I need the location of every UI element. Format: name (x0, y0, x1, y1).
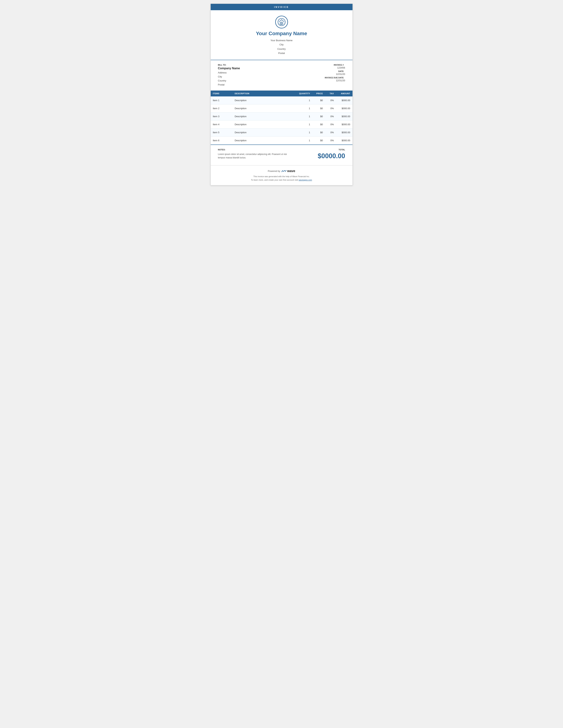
company-business-name: Your Business Name (218, 38, 345, 42)
notes-text: Lorem ipsum dolor sit amet, consectetur … (218, 153, 287, 159)
item-quantity: 1 (294, 120, 312, 128)
item-name: Item 1 (211, 96, 233, 104)
invoice-number-value-row: 123456 (325, 66, 345, 69)
invoice-info-section: BILL TO: Company Name Address City Count… (211, 60, 352, 91)
footer-link[interactable]: waveapps.com (299, 179, 312, 181)
footer-line1: This invoice was generated with the help… (253, 175, 310, 178)
item-name: Item 5 (211, 128, 233, 136)
notes-section: NOTES: Lorem ipsum dolor sit amet, conse… (218, 149, 287, 159)
bill-to-label: BILL TO: (218, 64, 240, 66)
item-tax: 0% (325, 136, 336, 144)
invoice-date-label: DATE (338, 70, 344, 72)
powered-footer-text: This invoice was generated with the help… (218, 175, 345, 182)
invoice-date-value-row: 12/31/20 (325, 73, 345, 75)
invoice-footer: NOTES: Lorem ipsum dolor sit amet, conse… (211, 145, 352, 165)
company-logo (275, 16, 288, 28)
notes-label: NOTES: (218, 149, 287, 151)
wave-logo-name: wave (287, 169, 295, 173)
item-price: $0 (312, 112, 325, 120)
company-name: Your Company Name (218, 31, 345, 36)
total-section: TOTAL $0000.00 (318, 149, 345, 160)
footer-line2: To learn more, and create your own free … (251, 179, 298, 181)
col-tax: TAX (325, 91, 336, 96)
item-description: Description (233, 96, 294, 104)
item-price: $0 (312, 120, 325, 128)
total-label: TOTAL (318, 149, 345, 151)
company-postal: Postal (218, 51, 345, 55)
invoice-date-row: DATE (325, 70, 345, 72)
item-description: Description (233, 136, 294, 144)
table-row: Item 2 Description 1 $0 0% $000.00 (211, 104, 352, 112)
powered-by-row: Powered by wave (218, 169, 345, 173)
item-amount: $000.00 (336, 136, 352, 144)
col-amount: AMOUNT (336, 91, 352, 96)
powered-by-section: Powered by wave This invoice was generat… (211, 165, 352, 185)
svg-rect-3 (281, 23, 282, 25)
item-name: Item 3 (211, 112, 233, 120)
item-amount: $000.00 (336, 120, 352, 128)
invoice-document: INVOICE Your Company Name Your Business … (211, 4, 353, 185)
invoice-number-row: INVOICE # (325, 64, 345, 66)
item-tax: 0% (325, 112, 336, 120)
item-quantity: 1 (294, 104, 312, 112)
item-price: $0 (312, 96, 325, 104)
item-quantity: 1 (294, 96, 312, 104)
client-country: Country (218, 79, 240, 83)
client-name: Company Name (218, 67, 240, 70)
item-tax: 0% (325, 104, 336, 112)
company-details: Your Business Name City Country Postal (218, 38, 345, 55)
item-tax: 0% (325, 128, 336, 136)
item-name: Item 6 (211, 136, 233, 144)
table-header-row: ITEMS DESCRIPTION QUANTITY PRICE TAX AMO… (211, 91, 352, 96)
table-row: Item 4 Description 1 $0 0% $000.00 (211, 120, 352, 128)
item-price: $0 (312, 136, 325, 144)
table-row: Item 1 Description 1 $0 0% $000.00 (211, 96, 352, 104)
table-row: Item 5 Description 1 $0 0% $000.00 (211, 128, 352, 136)
col-items: ITEMS (211, 91, 233, 96)
client-city: City (218, 75, 240, 79)
item-tax: 0% (325, 96, 336, 104)
item-name: Item 4 (211, 120, 233, 128)
company-country: Country (218, 47, 345, 51)
client-postal: Postal (218, 83, 240, 87)
item-amount: $000.00 (336, 96, 352, 104)
invoice-meta-section: INVOICE # 123456 DATE 12/31/20 INVOICE D… (325, 64, 345, 87)
item-tax: 0% (325, 120, 336, 128)
item-description: Description (233, 120, 294, 128)
item-name: Item 2 (211, 104, 233, 112)
invoice-due-date-label: INVOICE DUE DATE (325, 77, 344, 79)
invoice-table: ITEMS DESCRIPTION QUANTITY PRICE TAX AMO… (211, 91, 352, 145)
company-city: City (218, 42, 345, 47)
col-quantity: QUANTITY (294, 91, 312, 96)
invoice-number-label: INVOICE # (334, 64, 344, 66)
item-description: Description (233, 104, 294, 112)
invoice-date-value: 12/31/20 (332, 73, 345, 75)
logo-icon (278, 18, 286, 26)
table-row: Item 6 Description 1 $0 0% $000.00 (211, 136, 352, 144)
invoice-due-date-value-row: 12/31/20 (325, 79, 345, 82)
item-price: $0 (312, 104, 325, 112)
item-quantity: 1 (294, 112, 312, 120)
invoice-number-value: 123456 (332, 66, 345, 69)
item-amount: $000.00 (336, 104, 352, 112)
client-address: Address (218, 71, 240, 75)
item-quantity: 1 (294, 136, 312, 144)
table-row: Item 3 Description 1 $0 0% $000.00 (211, 112, 352, 120)
item-quantity: 1 (294, 128, 312, 136)
item-amount: $000.00 (336, 128, 352, 136)
invoice-due-date-value: 12/31/20 (332, 79, 345, 82)
item-description: Description (233, 128, 294, 136)
invoice-banner: INVOICE (211, 4, 352, 10)
col-description: DESCRIPTION (233, 91, 294, 96)
invoice-due-date-row: INVOICE DUE DATE (325, 77, 345, 79)
total-amount: $0000.00 (318, 152, 345, 160)
item-price: $0 (312, 128, 325, 136)
col-price: PRICE (312, 91, 325, 96)
wave-logo: wave (281, 169, 295, 173)
wave-logo-icon (281, 169, 287, 173)
item-amount: $000.00 (336, 112, 352, 120)
item-description: Description (233, 112, 294, 120)
bill-to-section: BILL TO: Company Name Address City Count… (218, 64, 240, 87)
powered-by-prefix: Powered by (268, 170, 280, 172)
invoice-title: INVOICE (274, 6, 289, 8)
